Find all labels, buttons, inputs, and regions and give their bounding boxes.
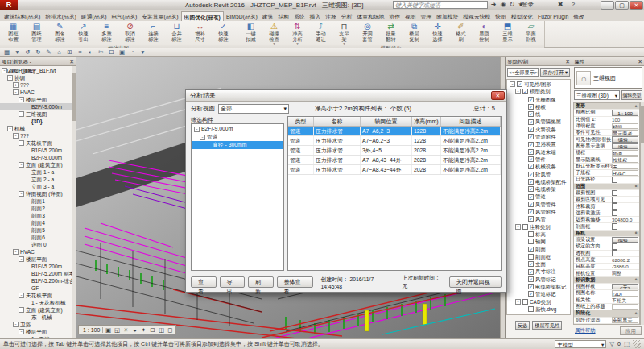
toolbar-icon[interactable]: ⊞ xyxy=(65,48,74,56)
tree-item[interactable]: GF xyxy=(0,285,72,292)
visibility-tree-item[interactable]: 风管附件 xyxy=(508,208,569,215)
ribbon-tab[interactable]: 建筑 xyxy=(260,11,276,21)
checkbox[interactable] xyxy=(528,149,534,155)
close-icon[interactable]: ✕ xyxy=(638,57,642,65)
ribbon-button[interactable]: ⤴ 手动 避让 xyxy=(309,22,332,45)
checkbox[interactable] xyxy=(528,104,534,110)
toolbar-icon[interactable]: ✂ xyxy=(97,48,105,56)
ribbon-button[interactable]: ◐ 显隐 控制 xyxy=(473,22,496,45)
checkbox[interactable] xyxy=(528,179,534,185)
ribbon-tab[interactable]: 电气(品茗) xyxy=(109,11,140,21)
tree-item[interactable]: - 天花板平面 xyxy=(0,139,72,147)
checkbox[interactable] xyxy=(528,111,534,117)
tree-item[interactable]: 剖面4 xyxy=(0,219,72,226)
checkbox[interactable] xyxy=(528,261,534,267)
expander-icon[interactable]: - xyxy=(515,224,521,230)
tree-item[interactable]: - 立面 (建筑立面) xyxy=(0,161,72,168)
refresh-button[interactable]: 刷新 xyxy=(248,276,274,288)
visibility-tree-item[interactable]: 管道 xyxy=(508,193,569,200)
filter-icon[interactable]: ▽ xyxy=(609,340,614,347)
main-model-select[interactable]: 主模型 ▾ xyxy=(555,340,606,348)
expander-icon[interactable]: - xyxy=(19,191,24,197)
detail-level-icon[interactable]: ▣ xyxy=(104,326,112,334)
tree-item[interactable]: 剖面6 xyxy=(0,234,72,241)
ribbon-tab[interactable]: 体量和场地 xyxy=(354,11,386,21)
visibility-tree-item[interactable]: 管道附件 xyxy=(508,133,569,140)
expander-icon[interactable]: - xyxy=(2,68,7,73)
help-icon[interactable]: ? xyxy=(568,0,578,10)
expander-icon[interactable]: - xyxy=(19,111,24,117)
visibility-tree-item[interactable]: 电缆桥架标记 xyxy=(508,283,569,290)
ribbon-tab[interactable]: 安装算量(品茗) xyxy=(139,11,180,21)
filter-tree-item[interactable]: - B2F/-9.000m xyxy=(192,125,283,133)
checkbox[interactable] xyxy=(528,172,534,177)
visibility-tree-item[interactable]: 线 xyxy=(508,110,569,118)
checkbox[interactable] xyxy=(528,247,534,252)
tree-item[interactable]: - 协调 xyxy=(0,74,72,81)
ribbon-button[interactable]: ⇄ 批量 翻转 xyxy=(379,22,402,45)
visibility-tree-item[interactable]: - 注释类别 xyxy=(508,223,569,231)
sun-path-icon[interactable]: ☀ xyxy=(122,326,130,334)
checkbox[interactable] xyxy=(528,119,534,125)
toolbar-icon[interactable]: ≡ xyxy=(76,48,85,56)
app-menu-button[interactable]: R xyxy=(0,0,18,10)
maximize-button[interactable]: ▢ xyxy=(615,1,629,10)
tree-item[interactable]: - 天花板平面 xyxy=(0,292,72,299)
tree-item[interactable]: 剖面1 xyxy=(0,197,72,205)
tree-item[interactable]: 立面 1 - a xyxy=(0,168,72,176)
property-row[interactable]: 相位 新构造 xyxy=(574,324,639,325)
ribbon-button[interactable]: ⊔ 合并 标注 xyxy=(165,22,188,45)
visibility-tree-item[interactable]: 新快.dwg xyxy=(508,305,569,313)
overall-view-button[interactable]: 整体查看 xyxy=(277,276,313,288)
table-row[interactable]: 管道 压力排水管 A7~A6,2~3 1228 不能满足净高2.2m xyxy=(288,127,501,136)
crop-view-icon[interactable]: ⊡ xyxy=(148,326,156,334)
floor-visibility-button[interactable]: 楼层可见性 xyxy=(532,321,562,330)
tree-item[interactable]: - 机械 xyxy=(0,125,72,132)
checkbox[interactable] xyxy=(517,81,522,87)
checkbox[interactable] xyxy=(528,156,534,162)
expander-icon[interactable]: - xyxy=(7,75,13,81)
tree-item[interactable]: B1F/-5.200m 副本 : xyxy=(0,270,72,277)
close-return-button[interactable]: 关闭并返回视图 xyxy=(449,276,502,288)
type-selector[interactable]: ⌂ 三维视图 xyxy=(574,67,642,89)
ribbon-tab[interactable]: 建筑结构(品茗) xyxy=(2,11,43,21)
checkbox[interactable] xyxy=(528,202,534,207)
ribbon-button[interactable]: ✓ 快速 标注 xyxy=(212,22,235,45)
expander-icon[interactable]: - xyxy=(13,249,19,255)
checkbox[interactable] xyxy=(528,216,534,222)
tree-item[interactable]: - 楼层平面 xyxy=(0,256,72,263)
expander-icon[interactable]: - xyxy=(510,81,515,87)
signin-button[interactable]: 登录 xyxy=(522,1,534,9)
col-height[interactable]: 净高(mm) xyxy=(412,117,441,126)
checkbox[interactable] xyxy=(528,97,534,102)
checkbox[interactable] xyxy=(528,254,534,260)
edit-type-button[interactable]: 编辑类型 xyxy=(621,90,642,100)
ribbon-button[interactable]: ≡ 多重 标注 xyxy=(95,22,118,45)
checkbox[interactable] xyxy=(522,89,528,94)
ribbon-tab[interactable]: 管理 xyxy=(419,11,435,21)
tree-item[interactable]: - HVAC xyxy=(0,248,72,256)
ribbon-button[interactable]: ⚠ 碰撞 检查 ▾ xyxy=(262,22,286,45)
tree-item[interactable]: - 详图视图 (详图) xyxy=(0,190,72,197)
visibility-tree-item[interactable]: 楼板 xyxy=(508,103,569,110)
visibility-tree-item[interactable]: 卫浴装置 xyxy=(508,140,569,147)
view-button[interactable]: 查看 xyxy=(191,276,217,288)
ribbon-button[interactable]: ⌐ 连接 标注 xyxy=(142,22,165,45)
close-icon[interactable]: ✕ xyxy=(69,57,74,65)
tree-item[interactable]: B2F/-9.000m xyxy=(0,154,72,161)
search-go-icon[interactable]: ➜ xyxy=(489,0,498,10)
table-row[interactable]: 管道 压力排水管 A7~A6,2~3 1228 不能满足净高2.2m xyxy=(288,136,501,146)
table-row[interactable]: 管道 压力排水管 3外,4~5 2028 不能满足净高2.2m xyxy=(288,146,501,156)
invert-selection-button[interactable]: 反选 xyxy=(515,321,530,330)
ribbon-button[interactable]: ↔ 增补 尺寸 xyxy=(188,22,212,45)
tree-item[interactable]: 剖面2 xyxy=(0,205,72,212)
ribbon-button[interactable]: ▤ 图纸 管理 xyxy=(25,22,48,45)
tree-item[interactable]: - 楼层平面 xyxy=(0,96,72,103)
export-button[interactable]: 导出 xyxy=(220,276,246,288)
properties-scrollbar[interactable] xyxy=(640,102,644,325)
visibility-tree-item[interactable]: 剖面框 xyxy=(508,253,569,260)
tree-item[interactable]: {3D} xyxy=(0,118,72,125)
select-toggle-icon[interactable]: ⬚ xyxy=(624,340,630,347)
resize-grip[interactable] xyxy=(633,340,641,348)
checkbox[interactable] xyxy=(522,224,528,230)
